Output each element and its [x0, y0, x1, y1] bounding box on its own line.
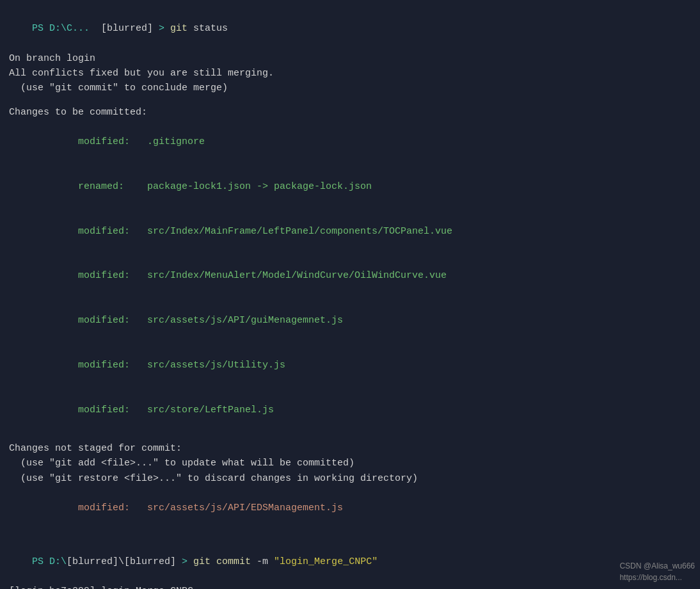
staged-header: Changes to be committed:	[9, 105, 691, 120]
staged-item-4: modified: src/Index/MenuAlert/Model/Wind…	[9, 254, 691, 298]
unstaged-item-1: modified: src/assets/js/API/EDSManagemen…	[9, 486, 691, 531]
watermark-label: CSDN @Alisa_wu666 https://blog.csdn...	[619, 560, 695, 584]
merge-info-line: All conflicts fixed but you are still me…	[9, 66, 691, 81]
spacer-1	[9, 96, 691, 105]
merge-hint-line: (use "git commit" to conclude merge)	[9, 81, 691, 95]
unstaged-hint-1b: (use "git restore <file>..." to discard …	[9, 471, 691, 486]
staged-item-5: modified: src/assets/js/API/guiMenagemne…	[9, 298, 691, 343]
git-cmd-1: git	[170, 23, 187, 34]
prompt-line-1: PS D:\C... [blurred] > git status	[9, 6, 691, 51]
unstaged-hint-1a: (use "git add <file>..." to update what …	[9, 456, 691, 471]
staged-item-3: modified: src/Index/MainFrame/LeftPanel/…	[9, 209, 691, 254]
staged-item-1: modified: .gitignore	[9, 120, 691, 165]
terminal-window: PS D:\C... [blurred] > git status On bra…	[0, 0, 700, 589]
branch-line-1: On branch login	[9, 51, 691, 66]
ps-prefix: PS D:\C...	[32, 23, 101, 34]
spacer-3	[9, 531, 691, 540]
staged-item-7: modified: src/store/LeftPanel.js	[9, 387, 691, 432]
commit-result: [login be7e299] login_Merge_CNPC	[9, 584, 691, 589]
staged-item-6: modified: src/assets/js/Utility.js	[9, 343, 691, 388]
unstaged-header-1: Changes not staged for commit:	[9, 441, 691, 456]
prompt-line-2: PS D:\[blurred]\[blurred] > git commit -…	[9, 540, 691, 585]
staged-item-2: renamed: package-lock1.json -> package-l…	[9, 165, 691, 209]
spacer-2	[9, 432, 691, 441]
